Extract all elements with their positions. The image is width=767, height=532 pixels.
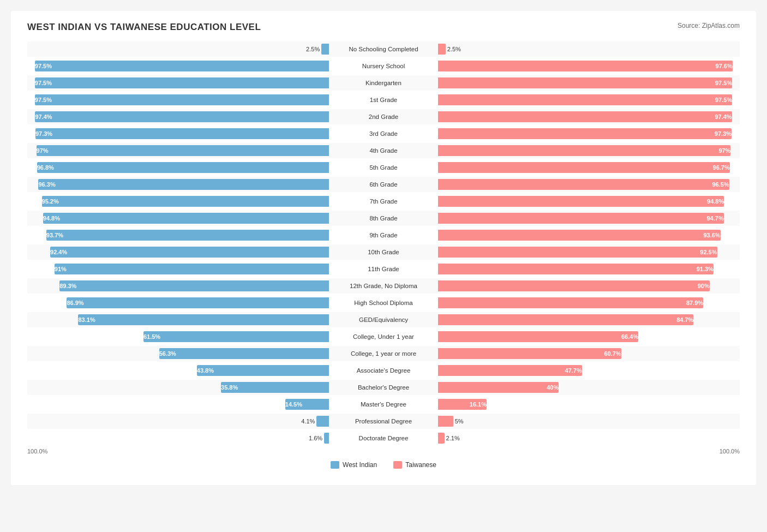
bar-value-right: 96.7% <box>711 164 730 171</box>
bar-value-right: 84.7% <box>674 316 693 323</box>
right-section: 16.1% <box>438 397 740 412</box>
bar-value-right: 93.6% <box>701 232 720 238</box>
right-section: 97.5% <box>438 75 740 91</box>
left-section: 43.8% <box>27 363 329 378</box>
left-section: 95.2% <box>27 194 329 209</box>
bar-left: 94.8% <box>43 213 329 224</box>
right-section: 97.6% <box>438 58 740 74</box>
bar-value-left: 95.2% <box>42 198 61 205</box>
bar-left: 35.8% <box>221 382 329 393</box>
bar-value-right: 97.5% <box>713 80 732 86</box>
bar-left: 83.1% <box>78 314 329 325</box>
bar-value-left: 94.8% <box>43 215 62 222</box>
bar-value-left: 92.4% <box>50 249 69 255</box>
left-section: 97.3% <box>27 126 329 141</box>
bar-left: 97.5% <box>35 94 329 105</box>
bar-right: 96.5% <box>438 179 729 190</box>
bar-center-label: Professional Degree <box>329 418 438 425</box>
right-section: 84.7% <box>438 312 740 327</box>
bar-right <box>438 416 453 427</box>
bar-value-right: 97.5% <box>713 97 732 103</box>
bar-right: 93.6% <box>438 230 721 241</box>
left-section: 97.5% <box>27 58 329 74</box>
bar-value-left: 35.8% <box>221 384 240 391</box>
bar-left: 97.5% <box>35 77 329 88</box>
left-section: 4.1% <box>27 414 329 429</box>
bar-value-right: 94.8% <box>705 198 724 205</box>
bar-right: 47.7% <box>438 365 582 376</box>
bar-right: 97.5% <box>438 77 732 88</box>
legend-label-west-indian: West Indian <box>343 461 377 469</box>
right-section: 96.7% <box>438 160 740 175</box>
bar-center-label: 1st Grade <box>329 97 438 103</box>
bar-center-label: 8th Grade <box>329 215 438 222</box>
bar-left: 96.3% <box>38 179 329 190</box>
bar-row: 1.6%Doctorate Degree2.1% <box>27 431 740 446</box>
left-section: 1.6% <box>27 431 329 446</box>
bar-row: 35.8%Bachelor's Degree40% <box>27 380 740 395</box>
left-section: 97% <box>27 143 329 158</box>
left-section: 86.9% <box>27 295 329 310</box>
bar-value-right-outside: 2.5% <box>446 46 461 52</box>
left-section: 56.3% <box>27 346 329 361</box>
bar-value-left: 97.5% <box>35 80 54 86</box>
bar-left <box>321 44 329 55</box>
bar-left: 89.3% <box>59 280 329 291</box>
bar-value-left-outside: 1.6% <box>309 435 324 441</box>
bar-center-label: Kindergarten <box>329 80 438 86</box>
bar-right <box>438 44 446 55</box>
bar-row: 14.5%Master's Degree16.1% <box>27 397 740 412</box>
right-section: 97% <box>438 143 740 158</box>
bar-center-label: Doctorate Degree <box>329 435 438 441</box>
bar-value-right: 60.7% <box>602 350 621 357</box>
chart-source: Source: ZipAtlas.com <box>678 22 740 29</box>
bar-center-label: Master's Degree <box>329 401 438 408</box>
bar-left: 97.3% <box>35 128 329 139</box>
bar-value-left: 91% <box>55 266 69 272</box>
bar-value-right: 97.3% <box>712 130 732 137</box>
left-section: 96.3% <box>27 177 329 192</box>
bar-value-right: 97.4% <box>712 113 732 120</box>
bar-left: 43.8% <box>197 365 329 376</box>
bar-right: 97.5% <box>438 94 732 105</box>
bar-center-label: 5th Grade <box>329 164 438 171</box>
bar-right: 87.9% <box>438 297 703 308</box>
bar-right: 94.7% <box>438 213 724 224</box>
bar-value-left-outside: 2.5% <box>306 46 321 52</box>
bar-row: 61.5%College, Under 1 year66.4% <box>27 329 740 344</box>
bar-right: 96.7% <box>438 162 730 173</box>
bar-value-left: 93.7% <box>46 232 65 238</box>
bar-center-label: College, Under 1 year <box>329 333 438 340</box>
bar-center-label: High School Diploma <box>329 300 438 306</box>
bar-left: 92.4% <box>50 247 329 258</box>
bar-center-label: 11th Grade <box>329 266 438 272</box>
bar-center-label: 10th Grade <box>329 249 438 255</box>
bar-value-right: 47.7% <box>563 367 582 374</box>
right-section: 94.7% <box>438 211 740 226</box>
bar-row: 4.1%Professional Degree5% <box>27 414 740 429</box>
bar-row: 93.7%9th Grade93.6% <box>27 228 740 243</box>
bar-row: 96.3%6th Grade96.5% <box>27 177 740 192</box>
bar-value-right-outside: 5% <box>453 418 464 425</box>
left-section: 35.8% <box>27 380 329 395</box>
bar-center-label: GED/Equivalency <box>329 316 438 323</box>
bar-value-left: 83.1% <box>78 316 97 323</box>
bar-row: 94.8%8th Grade94.7% <box>27 211 740 226</box>
bar-left <box>324 433 329 444</box>
bar-center-label: Nursery School <box>329 63 438 69</box>
bar-value-left: 86.9% <box>67 300 86 306</box>
bar-center-label: College, 1 year or more <box>329 350 438 357</box>
bar-row: 96.8%5th Grade96.7% <box>27 160 740 175</box>
bar-right: 94.8% <box>438 196 724 207</box>
bar-value-left: 56.3% <box>159 350 178 357</box>
right-section: 97.5% <box>438 92 740 107</box>
bar-value-left: 14.5% <box>285 401 304 408</box>
bar-row: 95.2%7th Grade94.8% <box>27 194 740 209</box>
bar-center-label: 3rd Grade <box>329 130 438 137</box>
bar-value-right: 91.3% <box>694 266 714 272</box>
right-section: 87.9% <box>438 295 740 310</box>
bar-value-right: 40% <box>544 384 559 391</box>
bar-center-label: 12th Grade, No Diploma <box>329 283 438 289</box>
legend: West Indian Taiwanese <box>27 461 740 469</box>
bar-row: 92.4%10th Grade92.5% <box>27 244 740 260</box>
